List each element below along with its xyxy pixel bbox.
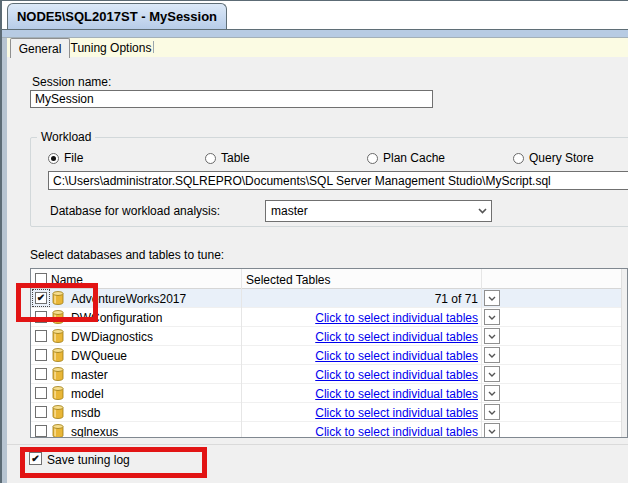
workload-db-label: Database for workload analysis:	[50, 204, 220, 218]
table-scrollbar[interactable]	[621, 269, 627, 437]
row-checkbox[interactable]	[35, 425, 47, 437]
chevron-down-icon	[473, 208, 491, 214]
session-tab-strip	[2, 30, 628, 37]
tab-general[interactable]: General	[10, 38, 70, 58]
row-checkbox[interactable]	[35, 349, 47, 361]
table-row[interactable]: master Click to select individual tables	[31, 365, 627, 384]
row-checkbox[interactable]	[35, 387, 47, 399]
database-icon	[52, 386, 64, 403]
radio-file-label: File	[64, 151, 83, 165]
workload-db-value: master	[266, 204, 473, 218]
workload-group-label: Workload	[37, 130, 95, 144]
radio-plan-cache[interactable]: Plan Cache	[367, 151, 445, 165]
select-all-checkbox[interactable]	[35, 273, 47, 285]
db-name: model	[71, 387, 104, 401]
selected-tables-value[interactable]: Click to select individual tables	[241, 330, 478, 344]
column-divider	[241, 269, 242, 437]
table-row[interactable]: DWQueue Click to select individual table…	[31, 346, 627, 365]
column-divider	[481, 269, 482, 437]
session-name-input[interactable]	[30, 90, 433, 108]
radio-button-icon	[48, 153, 59, 164]
column-header-selected-tables: Selected Tables	[246, 273, 331, 287]
table-row[interactable]: DWConfiguration Click to select individu…	[31, 308, 627, 327]
row-checkbox[interactable]	[35, 406, 47, 418]
select-databases-label: Select databases and tables to tune:	[30, 248, 224, 262]
row-tables-dropdown-button[interactable]	[484, 290, 500, 306]
radio-button-icon	[205, 153, 216, 164]
row-checkbox[interactable]	[35, 311, 47, 323]
selected-tables-value[interactable]: Click to select individual tables	[241, 425, 478, 438]
database-icon	[52, 405, 64, 422]
table-row[interactable]: DWDiagnostics Click to select individual…	[31, 327, 627, 346]
table-row[interactable]: model Click to select individual tables	[31, 384, 627, 403]
tab-tuning-options-label: Tuning Options	[71, 41, 152, 55]
radio-file[interactable]: File	[48, 151, 83, 165]
radio-button-icon	[513, 153, 524, 164]
selected-tables-value[interactable]: Click to select individual tables	[241, 368, 478, 382]
workload-file-path-input[interactable]	[48, 171, 628, 190]
save-tuning-log-label: Save tuning log	[47, 453, 130, 467]
column-header-name: Name	[51, 273, 83, 287]
row-tables-dropdown-button[interactable]	[484, 385, 500, 401]
database-icon	[52, 310, 64, 327]
row-checkbox[interactable]	[35, 368, 47, 380]
database-icon	[52, 367, 64, 384]
database-icon	[52, 424, 64, 438]
db-name: DWDiagnostics	[71, 330, 153, 344]
selected-tables-value[interactable]: 71 of 71	[241, 292, 478, 306]
radio-button-icon	[367, 153, 378, 164]
db-name: DWConfiguration	[71, 311, 162, 325]
window-left-inner-strip	[2, 29, 7, 483]
dta-window: NODE5\SQL2017ST - MySession General Tuni…	[0, 0, 628, 483]
db-name: DWQueue	[71, 349, 127, 363]
table-row[interactable]: sqlnexus Click to select individual tabl…	[31, 422, 627, 438]
tune-table: Name Selected Tables ✔ AdventureWorks201…	[30, 268, 628, 438]
tab-general-label: General	[19, 42, 62, 56]
row-tables-dropdown-button[interactable]	[484, 423, 500, 438]
radio-query-store-label: Query Store	[529, 151, 594, 165]
session-tab-title: NODE5\SQL2017ST - MySession	[17, 9, 217, 24]
db-name: sqlnexus	[71, 425, 118, 438]
db-name: master	[71, 368, 108, 382]
radio-plan-cache-label: Plan Cache	[383, 151, 445, 165]
db-name: AdventureWorks2017	[71, 292, 186, 306]
database-icon	[52, 291, 64, 308]
selected-tables-value[interactable]: Click to select individual tables	[241, 406, 478, 420]
row-tables-dropdown-button[interactable]	[484, 404, 500, 420]
tune-table-body: ✔ AdventureWorks2017 71 of 71	[31, 289, 627, 438]
content-bottom-divider	[7, 444, 628, 445]
workload-db-combobox[interactable]: master	[265, 200, 492, 222]
window-top-border	[0, 0, 628, 1]
row-checkbox[interactable]	[35, 330, 47, 342]
selected-tables-value[interactable]: Click to select individual tables	[241, 311, 478, 325]
tune-table-header: Name Selected Tables	[31, 269, 627, 289]
tab-separator	[153, 41, 154, 53]
radio-query-store[interactable]: Query Store	[513, 151, 594, 165]
tab-tuning-options[interactable]: Tuning Options	[70, 38, 152, 57]
save-tuning-log-checkbox[interactable]: ✔	[29, 452, 42, 465]
row-tables-dropdown-button[interactable]	[484, 328, 500, 344]
session-tab[interactable]: NODE5\SQL2017ST - MySession	[7, 3, 227, 29]
table-row[interactable]: msdb Click to select individual tables	[31, 403, 627, 422]
db-name: msdb	[71, 406, 100, 420]
selected-tables-value[interactable]: Click to select individual tables	[241, 349, 478, 363]
database-icon	[52, 329, 64, 346]
selected-tables-value[interactable]: Click to select individual tables	[241, 387, 478, 401]
session-name-label: Session name:	[32, 75, 111, 89]
table-row[interactable]: ✔ AdventureWorks2017 71 of 71	[31, 289, 627, 308]
radio-table-label: Table	[221, 151, 250, 165]
row-tables-dropdown-button[interactable]	[484, 309, 500, 325]
row-tables-dropdown-button[interactable]	[484, 347, 500, 363]
row-checkbox[interactable]: ✔	[35, 292, 47, 304]
database-icon	[52, 348, 64, 365]
radio-table[interactable]: Table	[205, 151, 250, 165]
row-tables-dropdown-button[interactable]	[484, 366, 500, 382]
